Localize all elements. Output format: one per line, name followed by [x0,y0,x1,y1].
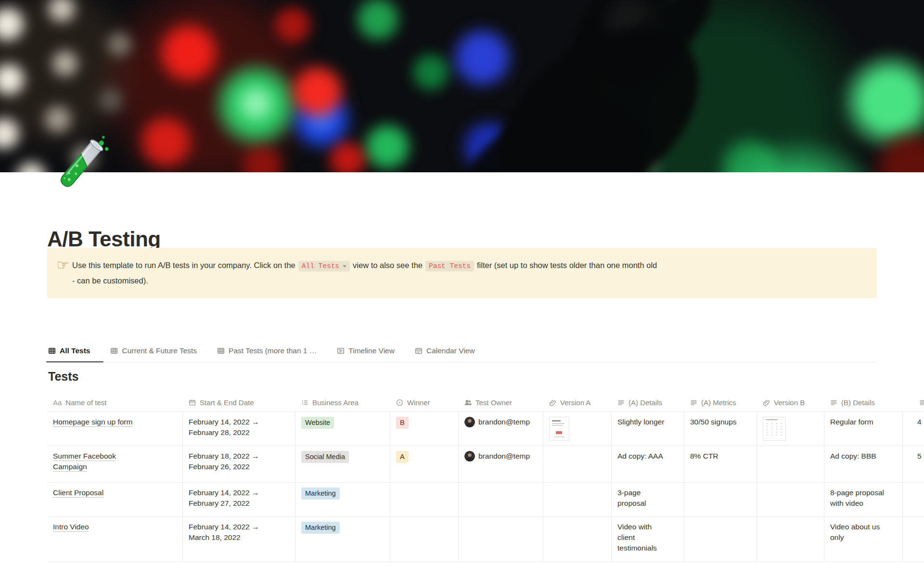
tab-current-future-tests[interactable]: Current & Future Tests [109,344,198,362]
bulleted-list-icon [301,399,308,406]
tab-all-tests[interactable]: All Tests [47,344,91,362]
cell-test-owner[interactable]: brandon@temp [459,412,543,446]
cell-test-owner[interactable] [459,517,543,562]
test-name-link[interactable]: Homepage sign up form [53,418,132,426]
cell-version-b[interactable] [757,446,824,482]
cell-version-b[interactable] [757,412,824,446]
cell-b-details[interactable]: Regular form [824,412,903,446]
column-header-winner[interactable]: Winner [390,394,459,411]
cover-image[interactable] [0,0,924,172]
date-end: February 26, 2022 [189,462,289,472]
test-name-link[interactable]: Intro Video [53,523,89,531]
column-header-a-details[interactable]: (A) Details [612,394,684,411]
area-tag: Social Media [301,451,349,463]
cell-version-a[interactable] [543,517,612,562]
cell-a-details[interactable]: 3-page proposal [612,483,684,516]
cell-a-metrics[interactable]: 30/50 signups [684,412,757,446]
column-header-b-metrics[interactable] [903,394,924,411]
dropdown-caret-icon [343,265,346,268]
cell-winner[interactable]: B [390,412,459,446]
view-tabs: All Tests Current & Future Tests Past Te… [47,344,877,362]
select-icon [396,399,403,406]
cell-test-owner[interactable] [459,483,543,516]
column-header-version-b[interactable]: Version B [757,394,824,411]
attachment-thumbnail[interactable] [549,417,569,441]
timeline-view-icon [337,347,345,355]
text-lines-icon [919,399,924,406]
cell-business-area[interactable]: Marketing [295,483,390,516]
cell-name[interactable]: Client Proposal [47,483,183,516]
metrics-text: 4 [917,418,922,426]
column-header-version-a[interactable]: Version A [543,394,612,411]
tab-past-tests[interactable]: Past Tests (more than 1 … [216,344,318,362]
pointing-right-hand-icon [54,258,72,272]
cell-b-metrics[interactable]: 4 [903,412,924,446]
callout-segment: filter (set up to show tests older than … [477,261,657,269]
cell-version-a[interactable] [543,412,612,446]
cell-winner[interactable] [390,483,459,516]
cell-a-details[interactable]: Slightly longer [612,412,684,446]
calendar-view-icon [415,347,423,355]
cell-date[interactable]: February 14, 2022 →February 28, 2022 [183,412,295,446]
column-header-a-metrics[interactable]: (A) Metrics [684,394,757,411]
text-type-icon: Aa [53,397,62,408]
cell-version-a[interactable] [543,483,612,516]
date-start: February 14, 2022 → [189,417,289,427]
bokeh-lights [0,0,924,172]
cell-b-metrics[interactable] [903,483,924,516]
cell-date[interactable]: February 14, 2022 →March 18, 2022 [183,517,295,562]
cell-a-metrics[interactable]: 8% CTR [684,446,757,482]
date-end: March 18, 2022 [189,532,289,543]
cell-business-area[interactable]: Social Media [295,446,390,482]
cell-name[interactable]: Homepage sign up form [47,412,183,446]
column-header-name[interactable]: AaName of test [47,394,183,411]
cell-b-details[interactable]: Ad copy: BBB [824,446,903,482]
column-header-test-owner[interactable]: Test Owner [459,394,543,411]
cell-date[interactable]: February 18, 2022 →February 26, 2022 [183,446,295,482]
tab-calendar-view[interactable]: Calendar View [414,344,476,362]
area-tag: Marketing [301,487,340,500]
column-header-date[interactable]: Start & End Date [183,394,295,411]
details-text: Ad copy: BBB [830,452,876,460]
people-icon [464,399,472,406]
date-end: February 27, 2022 [189,498,289,509]
cell-b-metrics[interactable]: 5 [903,446,924,482]
test-name-link[interactable]: Client Proposal [53,488,103,497]
cell-test-owner[interactable]: brandon@temp [459,446,543,482]
column-header-b-details[interactable]: (B) Details [824,394,903,411]
cell-b-details[interactable]: Video about us only [824,517,903,562]
details-text: Slightly longer [617,418,664,426]
cell-a-details[interactable]: Video with client testimonials [612,517,684,562]
cell-name[interactable]: Intro Video [47,517,183,562]
calendar-icon [189,399,196,406]
cell-winner[interactable] [390,517,459,562]
cell-business-area[interactable]: Marketing [295,517,390,562]
cell-business-area[interactable]: Website [295,412,390,446]
date-start: February 14, 2022 → [189,487,289,498]
cell-b-details[interactable]: 8-page proposal with video [824,483,903,516]
cell-version-b[interactable] [757,483,824,516]
cell-version-a[interactable] [543,446,612,482]
cell-winner[interactable]: A [390,446,459,482]
cell-a-details[interactable]: Ad copy: AAA [612,446,684,482]
column-header-business-area[interactable]: Business Area [295,394,390,411]
tab-timeline-view[interactable]: Timeline View [336,344,396,362]
metrics-text: 8% CTR [690,452,719,460]
paperclip-icon [549,399,556,406]
avatar [464,451,475,462]
cell-a-metrics[interactable] [684,483,757,516]
table-view-icon [48,347,56,355]
attachment-thumbnail[interactable] [763,417,786,441]
table-view-icon [110,347,118,355]
cell-a-metrics[interactable] [684,517,757,562]
details-text: Video with client testimonials [617,523,657,552]
cell-date[interactable]: February 14, 2022 →February 27, 2022 [183,483,295,516]
table-header-row: AaName of test Start & End Date Business… [47,394,924,411]
cell-version-b[interactable] [757,517,824,562]
test-name-link[interactable]: Summer Facebook Campaign [53,452,116,471]
cell-b-metrics[interactable] [903,517,924,562]
cell-name[interactable]: Summer Facebook Campaign [47,446,183,482]
text-lines-icon [830,399,837,406]
table-row: Homepage sign up form February 14, 2022 … [47,411,924,446]
page-icon-test-tube[interactable] [44,133,113,201]
